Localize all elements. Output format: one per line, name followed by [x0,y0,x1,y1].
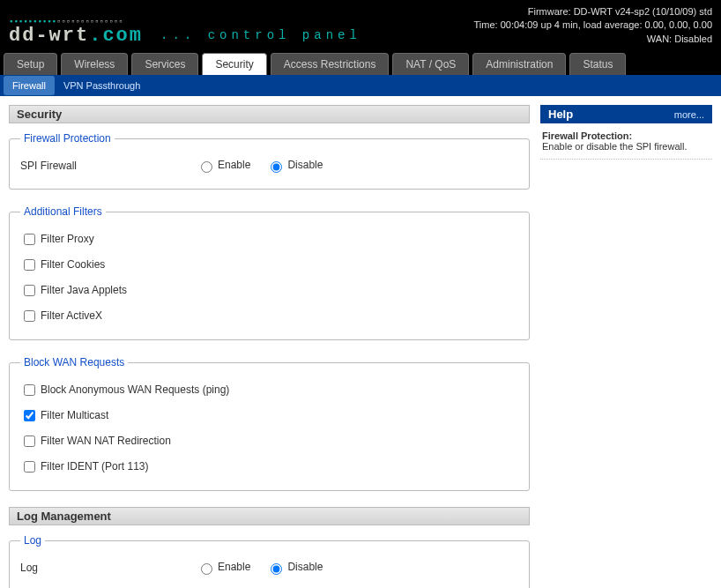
log-enable-radio[interactable] [201,563,212,575]
logo-text: dd-wrt [9,25,89,47]
section-log-management-title: Log Management [9,507,530,525]
logo: ▪▪▪▪▪▪▪▪▪▪▫▫▫▫▫▫▫▫▫▫▫▫▫▫ dd-wrt.com... c… [9,19,361,46]
tab-setup[interactable]: Setup [4,53,57,75]
spi-enable-option[interactable]: Enable [197,159,250,173]
help-more-link[interactable]: more... [674,109,704,120]
filter-multicast-text: Filter Multicast [41,409,108,421]
spi-disable-option[interactable]: Disable [266,159,323,173]
help-text: Enable or disable the SPI firewall. [542,141,687,152]
tab-access-restrictions[interactable]: Access Restrictions [271,53,390,75]
filter-activex-option[interactable]: Filter ActiveX [20,309,102,322]
tab-security[interactable]: Security [202,53,266,75]
filter-multicast-option[interactable]: Filter Multicast [20,409,108,421]
fieldset-log: Log Log Enable Disable [9,534,530,588]
filter-ident-text: Filter IDENT (Port 113) [41,460,148,473]
filter-activex-text: Filter ActiveX [41,309,102,322]
fieldset-firewall-protection: Firewall Protection SPI Firewall Enable … [9,132,530,190]
tab-wireless[interactable]: Wireless [61,53,128,75]
tab-administration[interactable]: Administration [472,53,566,75]
legend-log: Log [20,534,45,547]
filter-cookies-checkbox[interactable] [24,259,35,271]
filter-cookies-text: Filter Cookies [41,258,105,271]
filter-java-option[interactable]: Filter Java Applets [20,284,127,296]
log-enable-text: Enable [218,561,250,573]
block-anon-text: Block Anonymous WAN Requests (ping) [41,383,229,396]
subtab-firewall[interactable]: Firewall [4,76,55,95]
filter-activex-checkbox[interactable] [24,310,35,322]
log-disable-option[interactable]: Disable [266,561,323,575]
header-meta: Firmware: DD-WRT v24-sp2 (10/10/09) std … [474,5,713,46]
legend-firewall-protection: Firewall Protection [20,132,115,145]
time-text: Time: 00:04:09 up 4 min, load average: 0… [474,19,713,32]
block-anon-checkbox[interactable] [24,384,35,396]
spi-firewall-label: SPI Firewall [20,160,197,172]
help-heading: Firewall Protection: [542,130,632,141]
block-anon-option[interactable]: Block Anonymous WAN Requests (ping) [20,383,229,396]
logo-subtitle: ... control panel [160,28,361,42]
filter-proxy-option[interactable]: Filter Proxy [20,233,94,245]
spi-disable-text: Disable [287,159,323,171]
filter-proxy-text: Filter Proxy [41,233,94,245]
filter-nat-option[interactable]: Filter WAN NAT Redirection [20,435,171,447]
log-enable-option[interactable]: Enable [197,561,250,575]
fieldset-additional-filters: Additional Filters Filter Proxy Filter C… [9,205,530,340]
help-body: Firewall Protection: Enable or disable t… [540,127,712,160]
tab-services[interactable]: Services [131,53,198,75]
filter-nat-checkbox[interactable] [24,435,35,447]
spi-enable-radio[interactable] [201,161,212,173]
help-title-bar: Help more... [540,105,712,123]
fieldset-block-wan: Block WAN Requests Block Anonymous WAN R… [9,356,530,491]
subtab-bar: Firewall VPN Passthrough [0,75,721,96]
filter-proxy-checkbox[interactable] [24,234,35,245]
tab-nat-qos[interactable]: NAT / QoS [392,53,469,75]
help-title: Help [548,108,573,121]
legend-additional-filters: Additional Filters [20,205,106,218]
spi-disable-radio[interactable] [271,161,282,173]
spi-enable-text: Enable [218,159,250,171]
filter-cookies-option[interactable]: Filter Cookies [20,258,105,271]
log-label: Log [20,562,197,574]
log-disable-radio[interactable] [271,563,282,575]
wan-text: WAN: Disabled [474,33,713,46]
filter-nat-text: Filter WAN NAT Redirection [41,435,171,447]
filter-multicast-checkbox[interactable] [24,410,35,421]
filter-ident-checkbox[interactable] [24,461,35,473]
filter-ident-option[interactable]: Filter IDENT (Port 113) [20,460,148,473]
log-disable-text: Disable [287,561,323,573]
section-security-title: Security [9,105,530,123]
filter-java-checkbox[interactable] [24,285,35,296]
legend-block-wan: Block WAN Requests [20,356,128,368]
main-tabs: Setup Wireless Services Security Access … [0,53,721,75]
subtab-vpn-passthrough[interactable]: VPN Passthrough [55,76,149,95]
logo-domain: .com [89,25,143,47]
tab-status[interactable]: Status [569,53,626,75]
firmware-text: Firmware: DD-WRT v24-sp2 (10/10/09) std [474,5,713,19]
filter-java-text: Filter Java Applets [41,284,127,296]
